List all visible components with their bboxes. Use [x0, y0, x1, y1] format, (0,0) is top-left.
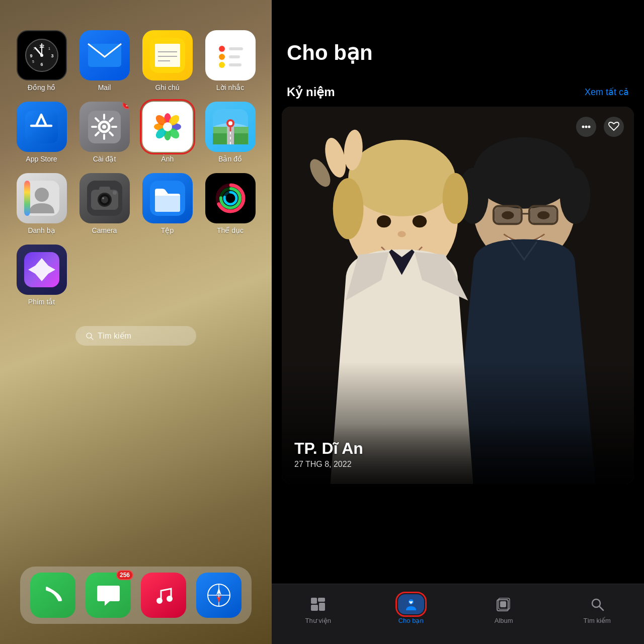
svg-text:3: 3 — [51, 53, 53, 58]
tab-search[interactable]: Tìm kiếm — [574, 589, 621, 629]
like-button[interactable] — [604, 117, 624, 137]
svg-point-99 — [413, 215, 427, 227]
tab-foryou[interactable]: Cho bạn — [388, 589, 434, 629]
svg-rect-109 — [318, 598, 325, 602]
dock-safari[interactable] — [196, 573, 242, 618]
dock-music[interactable] — [141, 573, 186, 618]
svg-point-44 — [163, 122, 172, 131]
messages-icon — [95, 582, 122, 609]
see-all-button[interactable]: Xem tất cả — [585, 87, 629, 98]
app-camera-label: Camera — [92, 226, 117, 234]
svg-point-63 — [113, 191, 117, 195]
app-reminders-label: Lời nhắc — [216, 84, 244, 92]
search-bar[interactable]: Tìm kiếm — [75, 326, 196, 346]
app-fitness-label: Thể dục — [217, 226, 244, 234]
heart-icon — [608, 121, 619, 132]
svg-point-107 — [588, 126, 591, 128]
foryou-icon — [404, 597, 418, 611]
app-notes-label: Ghi chú — [155, 84, 179, 92]
app-clock[interactable]: 12 6 9 3 7 1 5 Đồng hồ — [14, 30, 69, 92]
app-settings[interactable]: 1 Cài đặt — [77, 102, 132, 163]
svg-rect-110 — [311, 605, 318, 611]
library-icon — [310, 597, 326, 611]
page-title: Cho bạn — [287, 40, 629, 65]
tab-library-label: Thư viện — [305, 617, 331, 624]
app-camera[interactable]: Camera — [77, 173, 132, 234]
photos-header: Cho bạn — [272, 0, 644, 75]
svg-point-105 — [582, 126, 585, 128]
app-photos[interactable]: Ảnh — [140, 102, 195, 163]
svg-text:6: 6 — [40, 62, 43, 67]
svg-rect-62 — [99, 187, 110, 191]
memory-overlay: TP. Dĩ An 27 THG 8, 2022 — [282, 424, 634, 484]
dock-phone[interactable] — [30, 573, 75, 618]
more-icon — [581, 121, 592, 132]
search-label: Tìm kiếm — [98, 331, 131, 341]
svg-text:9: 9 — [30, 53, 32, 58]
app-mail-label: Mail — [98, 84, 111, 92]
home-screen: 12 6 9 3 7 1 5 Đồng hồ — [0, 0, 272, 644]
search-tab-icon — [590, 597, 604, 611]
svg-rect-23 — [229, 63, 242, 66]
tab-bar: Thư viện Cho bạn Album — [272, 584, 644, 644]
photos-app: Cho bạn Kỷ niệm Xem tất cả — [272, 0, 644, 644]
tab-library[interactable]: Thư viện — [295, 589, 341, 629]
app-appstore[interactable]: App Store — [14, 102, 69, 163]
app-shortcuts-label: Phím tắt — [28, 298, 55, 306]
app-maps-label: Bản đồ — [218, 155, 242, 163]
albums-icon-wrap — [491, 594, 517, 614]
svg-point-75 — [156, 598, 163, 604]
svg-rect-22 — [229, 55, 240, 58]
svg-rect-13 — [155, 44, 180, 67]
music-icon — [150, 582, 178, 609]
safari-icon — [205, 582, 233, 609]
svg-point-98 — [377, 215, 391, 227]
memory-location: TP. Dĩ An — [294, 439, 621, 458]
svg-point-84 — [473, 137, 575, 209]
tab-albums[interactable]: Album — [480, 589, 527, 629]
section-title: Kỷ niệm — [287, 85, 335, 99]
app-reminders[interactable]: Lời nhắc — [203, 30, 258, 92]
svg-point-97 — [443, 173, 468, 224]
svg-rect-55 — [24, 181, 30, 216]
svg-point-93 — [537, 211, 549, 219]
dock-messages[interactable]: 256 — [86, 573, 131, 618]
app-appstore-label: App Store — [26, 155, 57, 163]
settings-badge: 1 — [122, 102, 130, 109]
app-notes[interactable]: Ghi chú — [140, 30, 195, 92]
app-photos-label: Ảnh — [161, 155, 174, 163]
memory-actions — [576, 117, 624, 137]
albums-icon — [497, 597, 511, 611]
app-shortcuts[interactable]: Phím tắt — [14, 245, 69, 306]
dock: 256 — [20, 567, 252, 624]
app-contacts[interactable]: Danh bạ — [14, 173, 69, 234]
memory-card[interactable]: TP. Dĩ An 27 THG 8, 2022 — [282, 107, 634, 484]
app-files[interactable]: Tệp — [140, 173, 195, 234]
app-clock-label: Đồng hồ — [28, 84, 55, 92]
tab-albums-label: Album — [495, 617, 513, 624]
svg-point-54 — [35, 188, 49, 202]
app-grid: 12 6 9 3 7 1 5 Đồng hồ — [4, 30, 268, 306]
app-fitness[interactable]: Thể dục — [203, 173, 258, 234]
messages-badge: 256 — [116, 570, 133, 580]
app-files-label: Tệp — [161, 226, 174, 234]
svg-rect-111 — [319, 603, 325, 611]
more-options-button[interactable] — [576, 117, 596, 137]
svg-rect-21 — [229, 47, 243, 50]
svg-point-86 — [560, 168, 591, 224]
svg-text:1: 1 — [48, 47, 50, 50]
svg-point-76 — [167, 596, 173, 602]
svg-point-51 — [228, 121, 232, 125]
app-mail[interactable]: Mail — [77, 30, 132, 92]
tab-search-label: Tìm kiếm — [584, 617, 611, 624]
foryou-icon-wrap — [398, 594, 424, 614]
search-icon — [86, 332, 94, 340]
svg-point-92 — [502, 211, 514, 219]
svg-line-74 — [91, 338, 93, 340]
tab-foryou-label: Cho bạn — [398, 617, 424, 624]
app-maps[interactable]: Bản đồ — [203, 102, 258, 163]
svg-line-117 — [599, 606, 603, 610]
svg-point-60 — [101, 196, 108, 203]
memory-photo: TP. Dĩ An 27 THG 8, 2022 — [282, 107, 634, 484]
svg-point-100 — [397, 231, 406, 237]
